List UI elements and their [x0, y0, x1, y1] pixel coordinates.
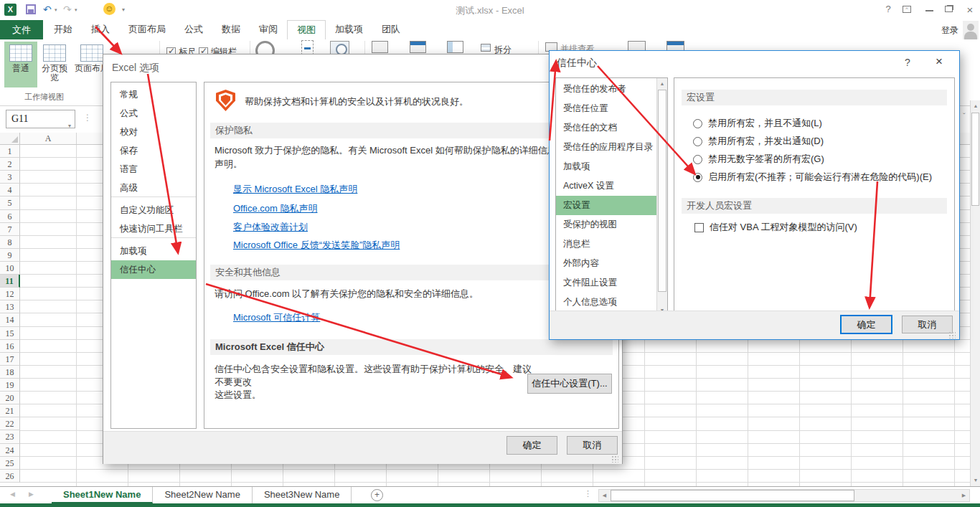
user-avatar[interactable]	[963, 21, 979, 39]
row-header[interactable]: 9	[0, 249, 20, 262]
help-icon[interactable]: ?	[880, 4, 897, 14]
undo-caret-icon[interactable]: ▾	[55, 7, 57, 13]
trust-nav-item[interactable]: 加载项	[556, 157, 657, 176]
privacy-statement-link[interactable]: 显示 Microsoft Excel 隐私声明	[233, 183, 357, 196]
row-header[interactable]: 10	[0, 262, 20, 275]
office-privacy-link[interactable]: Office.com 隐私声明	[233, 202, 318, 215]
scroll-up-icon[interactable]: ▲	[971, 100, 980, 111]
scroll-down-icon[interactable]: ▼	[971, 475, 980, 485]
options-nav-item[interactable]: 校对	[111, 123, 196, 141]
row-header[interactable]: 5	[0, 196, 20, 209]
trust-nav-item[interactable]: 受信任的发布者	[556, 80, 657, 99]
macro-option-radio[interactable]: 禁用所有宏，并发出通知(D)	[693, 134, 932, 148]
options-cancel-button[interactable]: 取消	[567, 436, 618, 455]
formula-bar-expand-icon[interactable]: ˇ	[963, 112, 966, 120]
horizontal-scrollbar[interactable]: ◀ ▶	[598, 489, 970, 502]
trust-nav-item[interactable]: 消息栏	[556, 234, 657, 254]
row-header[interactable]: 17	[0, 353, 20, 366]
options-nav-item[interactable]: 加载项	[111, 242, 196, 260]
sheet-tab[interactable]: Sheet2New Name	[153, 487, 253, 503]
macro-option-radio[interactable]: 启用所有宏(不推荐；可能会运行有潜在危险的代码)(E)	[693, 170, 932, 184]
macro-option-radio[interactable]: 禁用所有宏，并且不通知(L)	[693, 116, 932, 131]
split-icon[interactable]	[481, 44, 491, 52]
sheet-tab[interactable]: Sheet1New Name	[52, 487, 153, 503]
minimize-icon[interactable]	[925, 10, 933, 11]
options-ok-button[interactable]: 确定	[507, 436, 557, 455]
sign-in-link[interactable]: 登录	[941, 24, 958, 37]
scroll-up-icon[interactable]: ▲	[657, 78, 667, 89]
options-nav-item[interactable]: 快速访问工具栏	[111, 219, 196, 238]
scroll-right-icon[interactable]: ▶	[958, 490, 969, 501]
row-header[interactable]: 13	[0, 300, 20, 313]
trust-scroll-thumb[interactable]	[658, 90, 666, 292]
ribbon-tab[interactable]: 插入	[82, 20, 119, 39]
name-box[interactable]: G11 ▾	[6, 110, 75, 128]
ribbon-tab[interactable]: 审阅	[250, 20, 287, 39]
freeze-panes-icon[interactable]	[447, 41, 463, 53]
options-nav-item[interactable]: 公式	[111, 104, 196, 123]
redo-icon[interactable]: ↷	[63, 3, 72, 16]
vba-access-checkbox[interactable]: 信任对 VBA 工程对象模型的访问(V)	[694, 220, 974, 234]
trust-nav-item[interactable]: 受保护的视图	[556, 215, 657, 234]
row-header[interactable]: 11	[0, 275, 20, 288]
trust-nav-item[interactable]: 受信任的应用程序目录	[556, 138, 657, 157]
close-icon[interactable]: ×	[961, 4, 979, 16]
row-header[interactable]: 1	[0, 145, 20, 158]
trust-nav-item[interactable]: 受信任的文档	[556, 118, 657, 138]
ribbon-tab[interactable]: 公式	[175, 20, 212, 39]
trust-help-icon[interactable]: ?	[905, 57, 910, 68]
options-nav-item[interactable]: 信任中心	[111, 260, 196, 279]
trust-ok-button[interactable]: 确定	[840, 315, 892, 334]
ribbon-tab[interactable]: 团队	[372, 20, 410, 39]
row-header[interactable]: 8	[0, 236, 20, 249]
ribbon-display-options-icon[interactable]: ^	[903, 6, 911, 13]
row-header[interactable]: 25	[0, 457, 20, 470]
trust-nav-item[interactable]: 文件阻止设置	[556, 273, 657, 293]
resize-grip[interactable]	[948, 331, 956, 338]
row-header[interactable]: 26	[0, 470, 20, 483]
row-header[interactable]: 18	[0, 366, 20, 379]
trust-nav-item[interactable]: 受信任位置	[556, 99, 657, 118]
horizontal-scroll-thumb[interactable]	[611, 490, 854, 501]
options-nav-item[interactable]: 保存	[111, 141, 196, 160]
trust-cancel-button[interactable]: 取消	[902, 316, 953, 333]
row-header[interactable]: 3	[0, 171, 20, 184]
zoom-100-icon[interactable]	[301, 40, 314, 55]
options-nav-item[interactable]: 常规	[111, 85, 196, 104]
sheet-nav-left-icon[interactable]: ◀	[10, 491, 15, 498]
options-nav-item[interactable]: 自定义功能区	[111, 201, 196, 219]
row-header[interactable]: 20	[0, 392, 20, 404]
resize-grip[interactable]	[611, 455, 618, 463]
ribbon-tab[interactable]: 数据	[212, 20, 250, 39]
sheet-nav-right-icon[interactable]: ▶	[29, 491, 34, 498]
row-header[interactable]: 14	[0, 313, 20, 326]
select-all-corner[interactable]	[0, 133, 20, 145]
ribbon-tab[interactable]: 开始	[44, 20, 82, 39]
row-header[interactable]: 6	[0, 210, 20, 223]
view-page-break-button[interactable]: 分页预览	[39, 42, 70, 87]
row-header[interactable]: 12	[0, 288, 20, 300]
ribbon-tab[interactable]: 视图	[287, 20, 326, 39]
undo-icon[interactable]: ↶	[43, 3, 52, 16]
trust-center-settings-button[interactable]: 信任中心设置(T)...	[527, 374, 612, 394]
arrange-all-icon[interactable]	[410, 41, 426, 53]
row-header[interactable]: 4	[0, 184, 20, 196]
trust-nav-item[interactable]: 个人信息选项	[556, 293, 657, 312]
trust-sidebar-scrollbar[interactable]: ▲ ▼	[656, 78, 667, 316]
row-header[interactable]: 15	[0, 327, 20, 340]
ribbon-tab[interactable]: 页面布局	[119, 20, 175, 39]
feedback-privacy-link[interactable]: Microsoft Office 反馈“发送笑脸”隐私声明	[233, 239, 400, 252]
restore-icon[interactable]	[945, 6, 953, 12]
macro-option-radio[interactable]: 禁用无数字签署的所有宏(G)	[693, 152, 932, 166]
save-icon[interactable]	[26, 4, 36, 14]
view-normal-button[interactable]: 普通	[4, 42, 37, 87]
row-header[interactable]: 22	[0, 417, 20, 430]
smiley-icon[interactable]: ☺	[103, 3, 116, 15]
trustworthy-computing-link[interactable]: Microsoft 可信任计算	[233, 311, 320, 324]
row-header[interactable]: 21	[0, 404, 20, 417]
row-header[interactable]: 24	[0, 444, 20, 457]
options-nav-item[interactable]: 高级	[111, 179, 196, 197]
row-header[interactable]: 2	[0, 158, 20, 171]
qat-customize-icon[interactable]: ▾	[122, 6, 125, 13]
ceip-link[interactable]: 客户体验改善计划	[233, 221, 308, 234]
